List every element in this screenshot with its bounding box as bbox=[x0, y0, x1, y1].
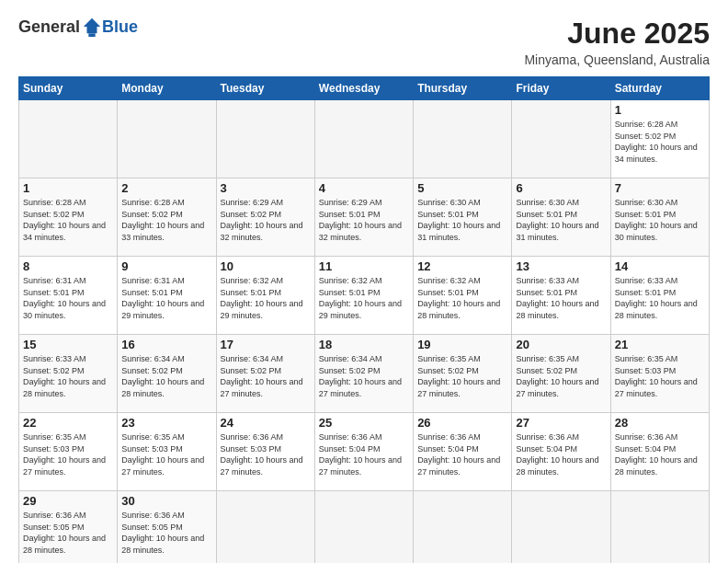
calendar-week-row: 22 Sunrise: 6:35 AM Sunset: 5:03 PM Dayl… bbox=[19, 413, 710, 491]
calendar-cell: 8 Sunrise: 6:31 AM Sunset: 5:01 PM Dayli… bbox=[19, 257, 118, 335]
sunrise: Sunrise: 6:36 AM bbox=[121, 511, 185, 520]
daylight: Daylight: 10 hours and 32 minutes. bbox=[221, 221, 303, 242]
sunset: Sunset: 5:03 PM bbox=[221, 444, 282, 454]
day-info: Sunrise: 6:35 AM Sunset: 5:02 PM Dayligh… bbox=[417, 353, 507, 399]
sunset: Sunset: 5:04 PM bbox=[417, 444, 479, 454]
day-number: 10 bbox=[221, 259, 311, 273]
calendar-cell: 7 Sunrise: 6:30 AM Sunset: 5:01 PM Dayli… bbox=[610, 178, 709, 257]
day-number: 2 bbox=[121, 181, 211, 195]
day-info: Sunrise: 6:30 AM Sunset: 5:01 PM Dayligh… bbox=[417, 197, 507, 243]
sunrise: Sunrise: 6:35 AM bbox=[417, 354, 481, 363]
calendar-cell: 22 Sunrise: 6:35 AM Sunset: 5:03 PM Dayl… bbox=[19, 413, 118, 491]
sunrise: Sunrise: 6:33 AM bbox=[516, 276, 579, 285]
header-monday: Monday bbox=[118, 77, 216, 100]
logo-general: General bbox=[18, 17, 80, 37]
daylight: Daylight: 10 hours and 27 minutes. bbox=[319, 455, 402, 477]
daylight: Daylight: 10 hours and 27 minutes. bbox=[615, 377, 698, 398]
title-location: Minyama, Queensland, Australia bbox=[524, 52, 710, 67]
sunset: Sunset: 5:02 PM bbox=[23, 366, 85, 375]
calendar-cell: 18 Sunrise: 6:34 AM Sunset: 5:02 PM Dayl… bbox=[314, 335, 413, 413]
sunset: Sunset: 5:04 PM bbox=[615, 444, 677, 454]
calendar-cell: 3 Sunrise: 6:29 AM Sunset: 5:02 PM Dayli… bbox=[216, 178, 314, 257]
day-info: Sunrise: 6:33 AM Sunset: 5:01 PM Dayligh… bbox=[516, 275, 606, 321]
sunset: Sunset: 5:03 PM bbox=[615, 366, 677, 375]
day-number: 16 bbox=[121, 338, 211, 351]
day-number: 1 bbox=[615, 103, 705, 117]
day-number: 30 bbox=[121, 494, 211, 508]
calendar-cell: 1 Sunrise: 6:28 AM Sunset: 5:02 PM Dayli… bbox=[19, 178, 118, 257]
day-info: Sunrise: 6:36 AM Sunset: 5:04 PM Dayligh… bbox=[615, 431, 705, 477]
sunset: Sunset: 5:02 PM bbox=[615, 132, 677, 141]
sunset: Sunset: 5:01 PM bbox=[516, 288, 577, 297]
sunset: Sunset: 5:01 PM bbox=[615, 210, 677, 219]
calendar-body: 1 Sunrise: 6:28 AM Sunset: 5:02 PM Dayli… bbox=[19, 100, 710, 564]
calendar-cell: 28 Sunrise: 6:36 AM Sunset: 5:04 PM Dayl… bbox=[610, 413, 709, 491]
daylight: Daylight: 10 hours and 27 minutes. bbox=[516, 377, 598, 398]
daylight: Daylight: 10 hours and 30 minutes. bbox=[23, 299, 106, 320]
logo-icon bbox=[82, 17, 102, 37]
day-info: Sunrise: 6:31 AM Sunset: 5:01 PM Dayligh… bbox=[23, 275, 113, 321]
daylight: Daylight: 10 hours and 28 minutes. bbox=[615, 299, 698, 320]
day-number: 27 bbox=[516, 416, 606, 430]
daylight: Daylight: 10 hours and 28 minutes. bbox=[23, 377, 106, 398]
daylight: Daylight: 10 hours and 27 minutes. bbox=[417, 455, 500, 477]
day-info: Sunrise: 6:29 AM Sunset: 5:01 PM Dayligh… bbox=[319, 197, 409, 243]
day-info: Sunrise: 6:30 AM Sunset: 5:01 PM Dayligh… bbox=[615, 197, 705, 243]
calendar-cell bbox=[610, 491, 709, 564]
day-info: Sunrise: 6:34 AM Sunset: 5:02 PM Dayligh… bbox=[121, 353, 211, 399]
day-number: 14 bbox=[615, 259, 705, 273]
calendar-cell: 21 Sunrise: 6:35 AM Sunset: 5:03 PM Dayl… bbox=[610, 335, 709, 413]
day-info: Sunrise: 6:33 AM Sunset: 5:02 PM Dayligh… bbox=[23, 353, 113, 399]
sunrise: Sunrise: 6:35 AM bbox=[121, 432, 185, 442]
daylight: Daylight: 10 hours and 29 minutes. bbox=[221, 299, 303, 320]
daylight: Daylight: 10 hours and 34 minutes. bbox=[23, 221, 106, 242]
sunrise: Sunrise: 6:32 AM bbox=[417, 276, 481, 285]
sunrise: Sunrise: 6:34 AM bbox=[221, 354, 284, 363]
day-number: 1 bbox=[23, 181, 113, 195]
daylight: Daylight: 10 hours and 28 minutes. bbox=[121, 534, 204, 555]
day-number: 18 bbox=[319, 338, 409, 351]
daylight: Daylight: 10 hours and 30 minutes. bbox=[615, 221, 698, 242]
sunset: Sunset: 5:01 PM bbox=[319, 288, 381, 297]
sunset: Sunset: 5:01 PM bbox=[121, 288, 183, 297]
sunset: Sunset: 5:02 PM bbox=[221, 210, 282, 219]
sunrise: Sunrise: 6:29 AM bbox=[319, 198, 382, 207]
calendar-cell bbox=[314, 491, 413, 564]
calendar-cell: 11 Sunrise: 6:32 AM Sunset: 5:01 PM Dayl… bbox=[314, 257, 413, 335]
calendar-cell: 17 Sunrise: 6:34 AM Sunset: 5:02 PM Dayl… bbox=[216, 335, 314, 413]
day-info: Sunrise: 6:32 AM Sunset: 5:01 PM Dayligh… bbox=[319, 275, 409, 321]
day-number: 22 bbox=[23, 416, 113, 430]
calendar-cell bbox=[512, 491, 610, 564]
day-info: Sunrise: 6:32 AM Sunset: 5:01 PM Dayligh… bbox=[221, 275, 311, 321]
sunset: Sunset: 5:02 PM bbox=[221, 366, 282, 375]
calendar-table: Sunday Monday Tuesday Wednesday Thursday… bbox=[18, 76, 710, 563]
calendar-cell: 2 Sunrise: 6:28 AM Sunset: 5:02 PM Dayli… bbox=[118, 178, 216, 257]
sunrise: Sunrise: 6:36 AM bbox=[516, 432, 579, 442]
calendar-week-row: 1 Sunrise: 6:28 AM Sunset: 5:02 PM Dayli… bbox=[19, 178, 710, 257]
logo: General Blue bbox=[18, 17, 138, 37]
day-info: Sunrise: 6:28 AM Sunset: 5:02 PM Dayligh… bbox=[121, 197, 211, 243]
daylight: Daylight: 10 hours and 31 minutes. bbox=[417, 221, 500, 242]
calendar-cell: 5 Sunrise: 6:30 AM Sunset: 5:01 PM Dayli… bbox=[414, 178, 512, 257]
daylight: Daylight: 10 hours and 27 minutes. bbox=[121, 455, 204, 477]
calendar-cell: 24 Sunrise: 6:36 AM Sunset: 5:03 PM Dayl… bbox=[216, 413, 314, 491]
calendar-cell bbox=[19, 100, 118, 178]
calendar-header: Sunday Monday Tuesday Wednesday Thursday… bbox=[19, 77, 710, 100]
day-info: Sunrise: 6:34 AM Sunset: 5:02 PM Dayligh… bbox=[319, 353, 409, 399]
daylight: Daylight: 10 hours and 33 minutes. bbox=[121, 221, 204, 242]
day-info: Sunrise: 6:36 AM Sunset: 5:05 PM Dayligh… bbox=[23, 510, 113, 556]
sunset: Sunset: 5:05 PM bbox=[121, 523, 183, 532]
daylight: Daylight: 10 hours and 32 minutes. bbox=[319, 221, 402, 242]
sunrise: Sunrise: 6:28 AM bbox=[615, 120, 678, 129]
day-number: 7 bbox=[615, 181, 705, 195]
calendar-cell bbox=[512, 100, 610, 178]
calendar-week-row: 29 Sunrise: 6:36 AM Sunset: 5:05 PM Dayl… bbox=[19, 491, 710, 564]
sunrise: Sunrise: 6:34 AM bbox=[121, 354, 185, 363]
sunset: Sunset: 5:03 PM bbox=[23, 444, 85, 454]
day-number: 13 bbox=[516, 259, 606, 273]
day-info: Sunrise: 6:36 AM Sunset: 5:03 PM Dayligh… bbox=[221, 431, 311, 477]
day-info: Sunrise: 6:36 AM Sunset: 5:04 PM Dayligh… bbox=[516, 431, 606, 477]
daylight: Daylight: 10 hours and 27 minutes. bbox=[221, 455, 303, 477]
day-info: Sunrise: 6:28 AM Sunset: 5:02 PM Dayligh… bbox=[615, 119, 705, 165]
sunrise: Sunrise: 6:35 AM bbox=[615, 354, 678, 363]
